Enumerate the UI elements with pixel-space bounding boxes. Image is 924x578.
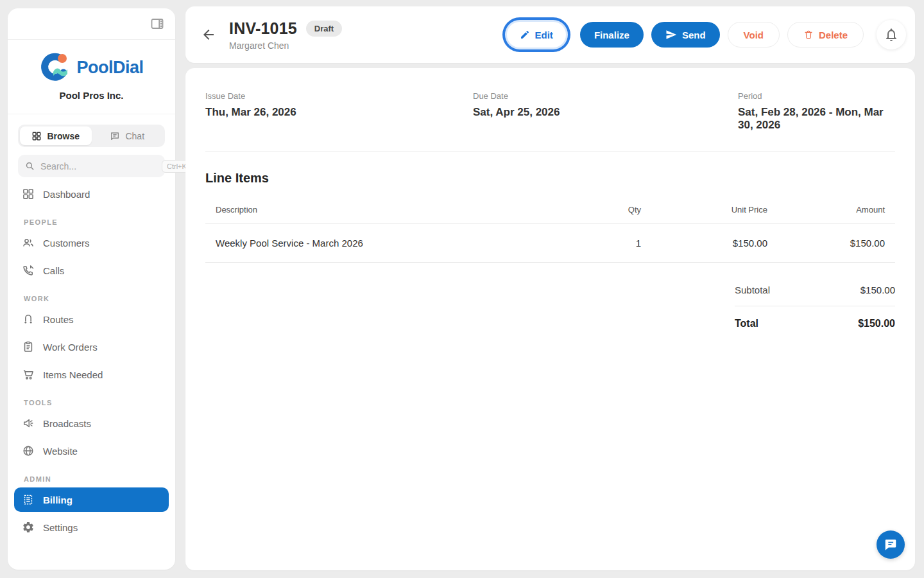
sidebar-item-calls[interactable]: Calls bbox=[14, 258, 169, 283]
period-value: Sat, Feb 28, 2026 - Mon, Mar 30, 2026 bbox=[738, 106, 895, 132]
tab-browse[interactable]: Browse bbox=[20, 127, 92, 145]
delete-button[interactable]: Delete bbox=[787, 22, 864, 48]
brand-logo: PoolDial bbox=[39, 52, 143, 83]
tab-chat-label: Chat bbox=[125, 131, 144, 141]
sidebar-item-items-needed[interactable]: Items Needed bbox=[14, 362, 169, 387]
people-icon bbox=[22, 236, 35, 249]
due-date-value: Sat, Apr 25, 2026 bbox=[473, 106, 738, 119]
section-label-work: WORK bbox=[14, 286, 169, 307]
issue-date-field: Issue Date Thu, Mar 26, 2026 bbox=[205, 91, 473, 132]
search-bar[interactable]: Ctrl+K bbox=[18, 155, 165, 177]
tab-browse-label: Browse bbox=[47, 131, 80, 141]
column-header-unit-price: Unit Price bbox=[641, 205, 767, 215]
send-button-label: Send bbox=[682, 30, 706, 40]
delete-button-label: Delete bbox=[819, 30, 848, 40]
tab-chat[interactable]: Chat bbox=[92, 127, 164, 145]
sidebar-item-label: Website bbox=[43, 446, 78, 457]
sidebar-item-label: Work Orders bbox=[43, 342, 98, 353]
sidebar-item-label: Settings bbox=[43, 522, 78, 533]
sidebar-item-website[interactable]: Website bbox=[14, 439, 169, 463]
sidebar-item-label: Routes bbox=[43, 314, 74, 325]
receipt-icon bbox=[22, 493, 35, 506]
edit-button[interactable]: Edit bbox=[507, 22, 566, 48]
invoice-meta-row: Issue Date Thu, Mar 26, 2026 Due Date Sa… bbox=[205, 91, 895, 132]
line-item-amount: $150.00 bbox=[767, 238, 885, 249]
phone-icon bbox=[22, 264, 35, 277]
grid-icon bbox=[31, 131, 42, 141]
page-title: INV-1015 bbox=[229, 19, 297, 38]
subtotal-value: $150.00 bbox=[860, 285, 895, 295]
invoice-title-block: INV-1015 Draft Margaret Chen bbox=[229, 19, 342, 51]
finalize-button[interactable]: Finalize bbox=[580, 22, 644, 48]
customer-name: Margaret Chen bbox=[229, 40, 342, 51]
gear-icon bbox=[22, 521, 35, 534]
line-item-description: Weekly Pool Service - March 2026 bbox=[216, 238, 564, 249]
route-icon bbox=[22, 313, 35, 326]
totals-block: Subtotal $150.00 Total $150.00 bbox=[735, 277, 895, 337]
sidebar-item-label: Broadcasts bbox=[43, 418, 91, 429]
notification-bell-icon[interactable] bbox=[877, 20, 906, 49]
search-icon bbox=[24, 161, 35, 171]
chat-bubble-icon bbox=[884, 538, 898, 552]
brand-name: PoolDial bbox=[76, 58, 143, 78]
pooldial-logo-icon bbox=[39, 52, 73, 83]
column-header-amount: Amount bbox=[767, 205, 885, 215]
chat-fab-button[interactable] bbox=[877, 530, 905, 559]
send-icon bbox=[665, 29, 677, 40]
finalize-button-label: Finalize bbox=[594, 30, 629, 40]
section-divider bbox=[205, 151, 895, 152]
invoice-header: INV-1015 Draft Margaret Chen Edit Finali… bbox=[185, 6, 915, 63]
brand-block: PoolDial Pool Pros Inc. bbox=[8, 40, 175, 114]
table-header-row: Description Qty Unit Price Amount bbox=[205, 196, 895, 224]
line-item-qty: 1 bbox=[564, 238, 641, 249]
sidebar-item-label: Billing bbox=[43, 495, 73, 505]
globe-icon bbox=[22, 444, 35, 457]
pencil-icon bbox=[520, 30, 530, 40]
dashboard-icon bbox=[22, 188, 35, 200]
sidebar-header bbox=[8, 8, 175, 40]
total-label: Total bbox=[735, 318, 758, 329]
sidebar-item-label: Dashboard bbox=[43, 189, 90, 200]
subtotal-row: Subtotal $150.00 bbox=[735, 277, 895, 303]
megaphone-icon bbox=[22, 417, 35, 430]
sidebar-item-routes[interactable]: Routes bbox=[14, 307, 169, 331]
sidebar-item-label: Items Needed bbox=[43, 369, 103, 380]
invoice-actions: Edit Finalize Send Void Dele bbox=[501, 20, 906, 49]
due-date-label: Due Date bbox=[473, 91, 738, 101]
sidebar-item-broadcasts[interactable]: Broadcasts bbox=[14, 411, 169, 435]
total-row: Total $150.00 bbox=[735, 306, 895, 337]
cart-icon bbox=[22, 368, 35, 381]
sidebar-item-customers[interactable]: Customers bbox=[14, 231, 169, 255]
sidebar-item-dashboard[interactable]: Dashboard bbox=[14, 182, 169, 206]
search-input[interactable] bbox=[40, 161, 157, 171]
line-items-heading: Line Items bbox=[205, 171, 895, 186]
sidebar-item-settings[interactable]: Settings bbox=[14, 515, 169, 539]
back-arrow-icon[interactable] bbox=[200, 26, 218, 44]
section-label-admin: ADMIN bbox=[14, 466, 169, 487]
issue-date-value: Thu, Mar 26, 2026 bbox=[205, 106, 473, 119]
line-item-unit-price: $150.00 bbox=[641, 238, 767, 249]
sidebar-item-label: Customers bbox=[43, 238, 90, 249]
sidebar-item-label: Calls bbox=[43, 265, 64, 276]
sidebar-mode-tabs: Browse Chat bbox=[18, 125, 165, 147]
table-row[interactable]: Weekly Pool Service - March 2026 1 $150.… bbox=[205, 224, 895, 263]
send-button[interactable]: Send bbox=[651, 22, 720, 48]
sidebar: PoolDial Pool Pros Inc. Browse Chat bbox=[8, 8, 175, 570]
clipboard-icon bbox=[22, 340, 35, 353]
column-header-qty: Qty bbox=[564, 205, 641, 215]
edit-button-label: Edit bbox=[535, 30, 553, 40]
void-button[interactable]: Void bbox=[728, 22, 780, 48]
column-header-description: Description bbox=[216, 205, 564, 215]
trash-icon bbox=[803, 30, 814, 40]
invoice-detail-panel: Issue Date Thu, Mar 26, 2026 Due Date Sa… bbox=[185, 68, 915, 570]
status-badge: Draft bbox=[306, 21, 342, 37]
sidebar-item-billing[interactable]: Billing bbox=[14, 487, 169, 512]
sidebar-item-work-orders[interactable]: Work Orders bbox=[14, 335, 169, 359]
chat-icon bbox=[110, 131, 120, 141]
subtotal-label: Subtotal bbox=[735, 285, 770, 295]
void-button-label: Void bbox=[744, 30, 764, 40]
company-name: Pool Pros Inc. bbox=[59, 90, 123, 101]
sidebar-collapse-icon[interactable] bbox=[149, 15, 166, 32]
period-label: Period bbox=[738, 91, 895, 101]
issue-date-label: Issue Date bbox=[205, 91, 473, 101]
